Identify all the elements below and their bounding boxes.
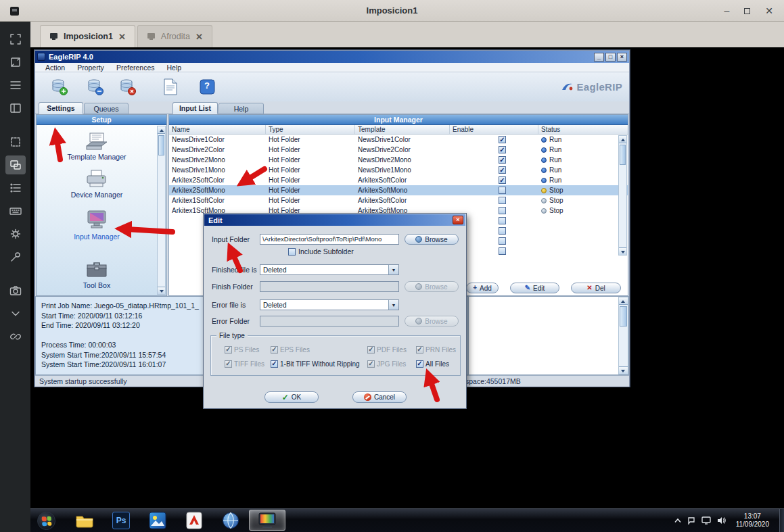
enable-checkbox[interactable] bbox=[499, 207, 506, 214]
column-header-name[interactable]: Name bbox=[169, 125, 266, 134]
scroll-up-icon[interactable] bbox=[619, 297, 628, 305]
browse-input-folder-button[interactable]: Browse bbox=[405, 234, 459, 245]
display-icon[interactable] bbox=[701, 516, 711, 525]
scroll-up-icon[interactable] bbox=[619, 136, 626, 143]
chevron-down-icon[interactable] bbox=[5, 304, 26, 323]
error-file-dropdown[interactable]: Deleted ▼ bbox=[260, 299, 399, 310]
eaglerip-minimize-button[interactable]: _ bbox=[594, 53, 604, 62]
column-header-template[interactable]: Template bbox=[355, 125, 450, 134]
filetype-1-bit-tiff-without-ripping[interactable]: 1-Bit TIFF Without Ripping bbox=[271, 360, 367, 368]
tab-input-list[interactable]: Input List bbox=[172, 102, 218, 114]
eaglerip-maximize-button[interactable]: □ bbox=[605, 53, 616, 62]
capture-area-icon[interactable] bbox=[5, 30, 26, 49]
table-row[interactable]: NewsDrive2MonoHot FolderNewsDrive2MonoRu… bbox=[169, 155, 628, 165]
menu-action[interactable]: Action bbox=[39, 64, 71, 72]
minimize-button[interactable]: – bbox=[724, 6, 729, 16]
log-scrollbar[interactable] bbox=[618, 297, 628, 374]
screens-icon[interactable] bbox=[5, 155, 26, 174]
browser-button[interactable] bbox=[212, 510, 249, 531]
menu-help[interactable]: Help bbox=[161, 64, 188, 72]
scroll-up-icon[interactable] bbox=[158, 126, 165, 134]
photoshop-button[interactable]: Ps bbox=[103, 510, 139, 531]
volume-icon[interactable] bbox=[717, 516, 726, 525]
window-panel-icon[interactable] bbox=[5, 99, 26, 118]
enable-checkbox[interactable] bbox=[499, 217, 506, 224]
file-explorer-button[interactable] bbox=[66, 510, 103, 531]
enable-checkbox[interactable] bbox=[499, 156, 506, 164]
ok-button[interactable]: OK bbox=[264, 391, 319, 403]
settings-gear-icon[interactable] bbox=[5, 224, 26, 243]
tab-imposicion1[interactable]: Imposicion1 ✕ bbox=[40, 25, 135, 47]
dialog-close-button[interactable]: × bbox=[453, 216, 463, 224]
tab-queues[interactable]: Queues bbox=[84, 103, 129, 114]
finished-file-dropdown[interactable]: Deleted ▼ bbox=[260, 264, 399, 275]
filetype-jpg-files[interactable]: JPG Files bbox=[367, 360, 416, 368]
table-scrollbar[interactable] bbox=[618, 135, 627, 256]
tab-help[interactable]: Help bbox=[218, 103, 264, 114]
filetype-all-files[interactable]: All Files bbox=[416, 360, 460, 368]
tab-close-icon[interactable]: ✕ bbox=[195, 32, 203, 42]
setup-item-tool-box[interactable]: Tool Box bbox=[37, 260, 157, 289]
table-row[interactable]: NewsDrive2ColorHot FolderNewsDrive2Color… bbox=[169, 145, 628, 155]
setup-item-device-manager[interactable]: Device Manager bbox=[37, 169, 157, 199]
cancel-button[interactable]: Cancel bbox=[352, 391, 407, 403]
column-header-type[interactable]: Type bbox=[266, 125, 355, 134]
hotfolder-delete-icon[interactable] bbox=[118, 78, 137, 96]
filetype-tiff-files[interactable]: TIFF Files bbox=[225, 360, 271, 368]
menu-preferences[interactable]: Preferences bbox=[110, 64, 161, 72]
chevron-down-icon[interactable]: ▼ bbox=[388, 300, 398, 310]
tab-close-icon[interactable]: ✕ bbox=[118, 32, 126, 42]
setup-item-input-manager[interactable]: Input Manager bbox=[37, 210, 157, 241]
table-row[interactable]: NewsDrive1ColorHot FolderNewsDrive1Color… bbox=[169, 135, 628, 145]
hotfolder-manage-icon[interactable] bbox=[86, 78, 104, 96]
enable-checkbox[interactable] bbox=[499, 166, 506, 174]
scroll-thumb[interactable] bbox=[620, 306, 627, 327]
camera-icon[interactable] bbox=[5, 281, 26, 300]
enable-checkbox[interactable] bbox=[499, 176, 506, 184]
filetype-prn-files[interactable]: PRN Files bbox=[416, 345, 460, 354]
chevron-down-icon[interactable]: ▼ bbox=[388, 265, 398, 274]
scroll-thumb[interactable] bbox=[620, 145, 626, 165]
column-header-status[interactable]: Status bbox=[538, 125, 628, 134]
input-folder-field[interactable]: \ArkitexDirector\Softproof\ToRip\Pdf\Mon… bbox=[260, 234, 399, 245]
column-header-enable[interactable]: Enable bbox=[450, 125, 538, 134]
table-row[interactable]: Arkitex2SoftColorHot FolderArkitexSoftCo… bbox=[169, 175, 628, 185]
enable-checkbox[interactable] bbox=[499, 187, 506, 194]
pdf-reader-button[interactable] bbox=[176, 510, 212, 531]
show-desktop-button[interactable] bbox=[779, 509, 784, 532]
scroll-down-icon[interactable] bbox=[158, 287, 165, 294]
enable-checkbox[interactable] bbox=[499, 146, 506, 153]
filetype-pdf-files[interactable]: PDF Files bbox=[367, 345, 416, 354]
tools-wrench-icon[interactable] bbox=[5, 247, 26, 266]
link-icon[interactable] bbox=[5, 327, 26, 346]
add-button[interactable]: Add bbox=[466, 283, 499, 293]
tray-expand-icon[interactable] bbox=[674, 518, 681, 523]
scroll-thumb[interactable] bbox=[158, 135, 164, 155]
start-button[interactable] bbox=[37, 512, 55, 530]
setup-item-template-manager[interactable]: Template Manager bbox=[37, 131, 157, 161]
imaging-app-button[interactable] bbox=[139, 510, 176, 531]
filetype-eps-files[interactable]: EPS Files bbox=[271, 345, 367, 354]
action-center-icon[interactable] bbox=[687, 516, 695, 525]
delete-button[interactable]: Del bbox=[571, 283, 621, 293]
selection-icon[interactable] bbox=[5, 132, 26, 151]
maximize-button[interactable] bbox=[744, 8, 750, 14]
include-subfolder-checkbox[interactable]: Include Subfolder bbox=[288, 247, 354, 256]
hotfolder-start-icon[interactable] bbox=[50, 78, 68, 96]
enable-checkbox[interactable] bbox=[499, 136, 506, 143]
close-button[interactable]: ✕ bbox=[765, 6, 773, 16]
scroll-down-icon[interactable] bbox=[619, 247, 626, 255]
enable-checkbox[interactable] bbox=[499, 197, 506, 204]
tab-settings[interactable]: Settings bbox=[39, 102, 83, 114]
keyboard-icon[interactable] bbox=[5, 201, 26, 220]
table-row[interactable]: Arkitex2SoftMonoHot FolderArkitexSoftMon… bbox=[169, 185, 628, 195]
enable-checkbox[interactable] bbox=[499, 237, 506, 245]
scroll-down-icon[interactable] bbox=[619, 366, 628, 374]
menu-icon[interactable] bbox=[5, 76, 26, 95]
enable-checkbox[interactable] bbox=[499, 227, 506, 235]
table-row[interactable]: NewsDrive1MonoHot FolderNewsDrive1MonoRu… bbox=[169, 165, 628, 175]
table-row[interactable]: Arkitex1SoftColorHot FolderArkitexSoftCo… bbox=[169, 195, 628, 205]
help-icon[interactable] bbox=[198, 78, 216, 96]
edit-button[interactable]: Edit bbox=[510, 283, 559, 293]
tab-afrodita[interactable]: Afrodita ✕ bbox=[137, 25, 212, 47]
